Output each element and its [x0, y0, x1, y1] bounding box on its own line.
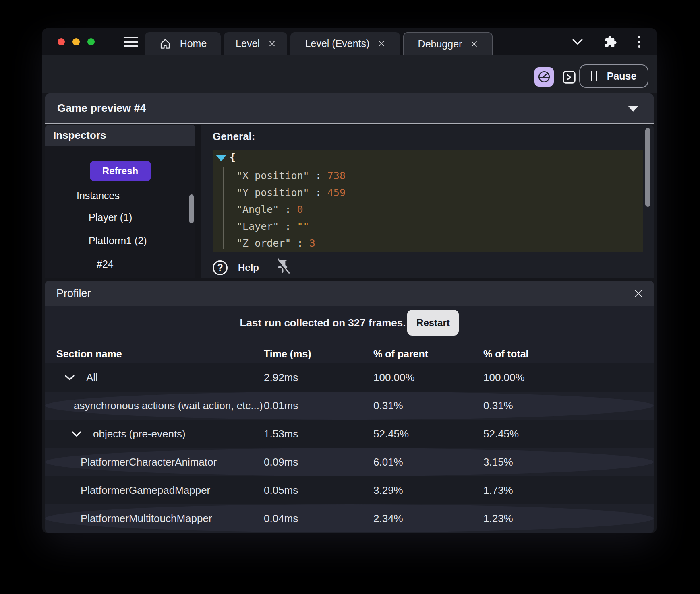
window-zoom-button[interactable]: [87, 38, 95, 45]
row-pct-total: 100.00%: [483, 371, 654, 384]
row-time: 0.04ms: [264, 512, 373, 525]
json-collapse-caret-icon[interactable]: [216, 155, 226, 161]
tabbar-actions: [572, 28, 657, 55]
tab-label: Level (Events): [305, 38, 370, 50]
row-pct-total: 52.45%: [483, 428, 654, 440]
tree-item-instances[interactable]: Instances: [77, 190, 120, 202]
game-preview-title: Game preview #4: [57, 102, 146, 115]
row-time: 1.53ms: [264, 428, 373, 440]
game-preview-header[interactable]: Game preview #4: [45, 93, 654, 124]
row-section-name: PlatformerMultitouchMapper: [81, 512, 212, 525]
row-expand-chevron-icon[interactable]: [71, 431, 82, 437]
inspectors-header: Inspectors: [45, 125, 195, 146]
profiler-status-text: Last run collected on 327 frames.: [240, 317, 406, 329]
tab-label: Level: [236, 38, 260, 50]
json-line-angle: "Angle" : 0: [236, 201, 601, 218]
row-time: 0.09ms: [264, 456, 373, 468]
refresh-button[interactable]: Refresh: [90, 161, 151, 181]
chevron-down-icon[interactable]: [572, 39, 583, 45]
debugger-toolbar: Pause: [42, 55, 657, 93]
row-section-name: All: [86, 371, 98, 384]
json-line-y-position: "Y position" : 459: [236, 184, 601, 201]
table-row-character-animator: PlatformerCharacterAnimator 0.09ms 6.01%…: [45, 448, 654, 476]
general-title: General:: [213, 130, 255, 143]
row-pct-total: 0.31%: [483, 400, 654, 412]
debugger-window: Home Level Level (Events) Debugger: [42, 28, 657, 533]
pause-label: Pause: [607, 70, 637, 82]
tree-item-platform1[interactable]: Platform1 (2): [89, 235, 147, 247]
row-pct-parent: 100.00%: [373, 371, 483, 384]
column-header-pct-parent: % of parent: [373, 348, 483, 360]
console-button[interactable]: [562, 70, 576, 85]
inspectors-tree: Refresh Instances Player (1) Platform1 (…: [45, 146, 195, 278]
json-line-z-order: "Z order" : 3: [236, 235, 601, 252]
tab-close-icon[interactable]: [378, 40, 385, 47]
general-panel: General: { "X position" : 738 "Y positio…: [201, 125, 654, 278]
profiler-header: Profiler: [45, 281, 654, 306]
pause-icon: [591, 71, 597, 81]
restart-button[interactable]: Restart: [407, 310, 459, 336]
table-row-all[interactable]: All 2.92ms 100.00% 100.00%: [45, 363, 654, 392]
general-scrollbar-thumb[interactable]: [645, 128, 650, 207]
tab-close-icon[interactable]: [471, 41, 478, 47]
row-pct-parent: 0.31%: [373, 400, 483, 412]
tab-level-events[interactable]: Level (Events): [290, 32, 400, 55]
help-icon[interactable]: ?: [213, 260, 228, 275]
json-open-brace: {: [230, 151, 236, 163]
json-line-layer: "Layer" : "": [236, 218, 601, 235]
tab-label: Home: [180, 38, 207, 50]
table-row-async-actions: asynchronous actions (wait action, etc..…: [45, 392, 654, 420]
json-property-viewer: { "X position" : 738 "Y position" : 459 …: [213, 150, 643, 252]
hamburger-menu-button[interactable]: [124, 37, 138, 47]
tab-home[interactable]: Home: [145, 32, 221, 55]
extensions-puzzle-icon[interactable]: [604, 35, 617, 48]
pin-disabled-icon[interactable]: [275, 258, 290, 277]
window-minimize-button[interactable]: [72, 38, 80, 45]
row-expand-chevron-icon[interactable]: [64, 375, 75, 381]
help-label: Help: [238, 262, 259, 273]
json-lines: "X position" : 738 "Y position" : 459 "A…: [223, 167, 601, 249]
profiler-close-icon[interactable]: [634, 289, 643, 300]
profiler-body: Last run collected on 327 frames. Restar…: [45, 306, 654, 533]
profiler-panel: Profiler Last run collected on 327 frame…: [45, 281, 654, 533]
row-section-name: objects (pre-events): [93, 428, 186, 440]
collapse-caret-icon: [628, 106, 638, 112]
tree-item-player[interactable]: Player (1): [89, 212, 132, 223]
json-line-x-position: "X position" : 738: [236, 167, 601, 184]
tab-debugger[interactable]: Debugger: [403, 32, 493, 55]
row-time: 0.05ms: [264, 484, 373, 497]
help-row: ? Help: [213, 258, 290, 277]
kebab-menu-icon[interactable]: [638, 36, 640, 48]
row-pct-parent: 3.29%: [373, 484, 483, 497]
row-pct-parent: 52.45%: [373, 428, 483, 440]
column-header-section-name: Section name: [56, 348, 264, 360]
desktop-background: { "window": { "tabs": [ { "label": "Home…: [0, 0, 700, 594]
tab-label: Debugger: [418, 38, 462, 50]
row-pct-parent: 2.34%: [373, 512, 483, 525]
row-section-name: asynchronous actions (wait action, etc..…: [74, 400, 263, 412]
traffic-lights: [58, 38, 95, 45]
inspectors-scrollbar-thumb[interactable]: [189, 194, 194, 223]
row-pct-total: 3.15%: [483, 456, 654, 468]
row-pct-total: 1.23%: [483, 512, 654, 525]
table-row-objects-pre-events[interactable]: objects (pre-events) 1.53ms 52.45% 52.45…: [45, 420, 654, 448]
inspectors-panel: Inspectors Refresh Instances Player (1) …: [45, 125, 195, 278]
row-time: 2.92ms: [264, 371, 373, 384]
profiler-table-rows: All 2.92ms 100.00% 100.00% asynchronous …: [45, 363, 654, 532]
profiler-title: Profiler: [56, 287, 91, 300]
window-close-button[interactable]: [58, 38, 65, 45]
row-section-name: PlatformerCharacterAnimator: [81, 456, 217, 468]
profiler-toggle-button[interactable]: [534, 67, 554, 87]
tab-bar: Home Level Level (Events) Debugger: [42, 28, 657, 55]
row-section-name: PlatformerGamepadMapper: [81, 484, 210, 497]
profiler-status-row: Last run collected on 327 frames. Restar…: [45, 308, 654, 337]
tab-level[interactable]: Level: [224, 32, 287, 55]
column-header-time: Time (ms): [264, 348, 373, 360]
gauge-icon: [537, 70, 551, 84]
tree-item-instance-24[interactable]: #24: [97, 258, 114, 270]
tab-close-icon[interactable]: [269, 40, 275, 47]
profiler-table-header: Section name Time (ms) % of parent % of …: [45, 344, 654, 363]
row-pct-parent: 6.01%: [373, 456, 483, 468]
column-header-pct-total: % of total: [483, 348, 654, 360]
pause-button[interactable]: Pause: [579, 64, 648, 88]
